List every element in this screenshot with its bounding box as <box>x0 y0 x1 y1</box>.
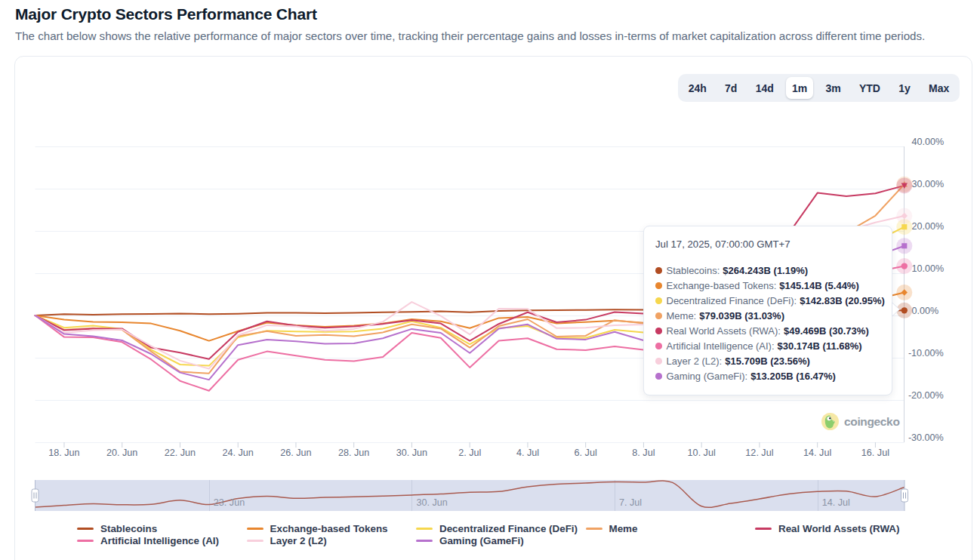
legend-item-7[interactable]: Gaming (GameFi) <box>416 535 524 547</box>
tooltip-row-4: Real World Assets (RWA):$49.469B (30.73%… <box>655 324 869 339</box>
tooltip-series-value: $15.709B (23.56%) <box>725 355 810 367</box>
tooltip-series-name: Meme: <box>667 310 697 322</box>
y-axis-label: 20.00% <box>912 221 945 232</box>
legend-line-swatch <box>586 528 602 530</box>
y-axis-label: -10.00% <box>908 348 944 358</box>
tooltip-series-name: Exchange-based Tokens: <box>667 280 777 291</box>
legend-label: Meme <box>609 523 638 534</box>
tooltip-series-dot <box>655 312 662 319</box>
legend-line-swatch <box>77 540 94 542</box>
tooltip-series-dot <box>655 282 662 289</box>
gecko-pupil <box>829 417 831 420</box>
legend-item-2[interactable]: Decentralized Finance (DeFi) <box>416 523 578 535</box>
tooltip-series-value: $264.243B (1.19%) <box>723 265 808 276</box>
x-axis-label: 4. Jul <box>516 448 539 458</box>
y-axis-label: 10.00% <box>912 263 945 274</box>
x-axis-label: 2. Jul <box>458 448 481 458</box>
x-axis-label: 8. Jul <box>632 448 655 458</box>
x-axis-label: 26. Jun <box>280 448 311 458</box>
tooltip-series-name: Real World Assets (RWA): <box>667 325 781 337</box>
y-axis-label: 40.00% <box>912 137 945 147</box>
legend-item-5[interactable]: Artificial Intelligence (AI) <box>77 535 219 547</box>
gecko-nostril <box>833 420 834 421</box>
navigator-date-label: 14. Jul <box>822 497 850 508</box>
tooltip-series-dot <box>655 358 662 365</box>
legend-label: Gaming (GameFi) <box>439 535 524 546</box>
legend-line-swatch <box>416 540 433 542</box>
tooltip-series-dot <box>655 297 662 304</box>
legend-label: Real World Assets (RWA) <box>778 523 899 534</box>
y-axis-label: 30.00% <box>912 179 945 189</box>
navigator-right-handle[interactable] <box>901 489 908 502</box>
coingecko-watermark: coingecko <box>821 413 900 430</box>
chart-tooltip: Jul 17, 2025, 07:00:00 GMT+7 Stablecoins… <box>643 226 892 395</box>
x-axis-label: 24. Jun <box>223 448 254 458</box>
tooltip-series-dot <box>655 328 662 334</box>
tooltip-header: Jul 17, 2025, 07:00:00 GMT+7 <box>655 238 790 250</box>
x-axis-label: 14. Jul <box>803 448 831 458</box>
tooltip-series-dot <box>655 373 662 380</box>
navigator-date-label: 23. Jun <box>214 497 245 508</box>
legend-line-swatch <box>755 528 772 530</box>
legend-item-0[interactable]: Stablecoins <box>77 523 157 535</box>
tooltip-series-name: Decentralized Finance (DeFi): <box>667 295 797 306</box>
x-axis-label: 22. Jun <box>165 448 196 458</box>
coingecko-watermark-text: coingecko <box>844 415 900 429</box>
tooltip-series-value: $30.174B (11.68%) <box>778 340 862 352</box>
legend-item-1[interactable]: Exchange-based Tokens <box>247 523 388 535</box>
tooltip-row-3: Meme:$79.039B (31.03%) <box>655 309 784 324</box>
tooltip-series-value: $142.83B (20.95%) <box>800 295 885 306</box>
x-axis-label: 18. Jun <box>48 448 79 458</box>
tooltip-series-value: $13.205B (16.47%) <box>750 371 836 382</box>
legend-line-swatch <box>77 528 94 530</box>
x-axis-label: 6. Jul <box>575 448 597 458</box>
tooltip-series-name: Artificial Intelligence (AI): <box>667 340 775 352</box>
legend-label: Layer 2 (L2) <box>270 535 327 546</box>
y-axis-label: -20.00% <box>908 390 944 401</box>
legend-item-6[interactable]: Layer 2 (L2) <box>247 535 327 547</box>
legend-item-4[interactable]: Real World Assets (RWA) <box>755 523 899 535</box>
tooltip-series-name: Stablecoins: <box>667 265 720 276</box>
legend-line-swatch <box>416 528 433 530</box>
tooltip-row-6: Layer 2 (L2):$15.709B (23.56%) <box>655 354 810 369</box>
navigator-left-handle[interactable] <box>32 489 39 502</box>
tooltip-series-value: $79.039B (31.03%) <box>699 310 784 322</box>
tooltip-row-2: Decentralized Finance (DeFi):$142.83B (2… <box>655 294 885 309</box>
end-marker-7[interactable] <box>901 243 907 248</box>
legend-item-3[interactable]: Meme <box>586 523 638 535</box>
x-axis-label: 20. Jun <box>106 448 137 458</box>
tooltip-series-value: $145.14B (5.44%) <box>779 280 859 291</box>
tooltip-series-value: $49.469B (30.73%) <box>784 325 869 337</box>
y-axis-label: -30.00% <box>908 432 944 443</box>
tooltip-series-dot <box>655 267 662 274</box>
page-root: Major Crypto Sectors Performance Chart T… <box>0 0 980 560</box>
x-axis-label: 28. Jun <box>338 448 369 458</box>
x-axis-label: 10. Jul <box>688 448 716 458</box>
coingecko-logo-icon <box>821 413 839 430</box>
tooltip-callout-arrow-fill <box>892 303 899 315</box>
navigator-handle-grip[interactable] <box>32 489 39 502</box>
tooltip-row-5: Artificial Intelligence (AI):$30.174B (1… <box>655 339 862 354</box>
navigator-handle-grip[interactable] <box>901 489 908 502</box>
navigator-date-label: 7. Jul <box>619 497 642 508</box>
legend-label: Artificial Intelligence (AI) <box>100 535 219 546</box>
legend-label: Stablecoins <box>100 523 157 534</box>
tooltip-row-7: Gaming (GameFi):$13.205B (16.47%) <box>655 369 836 384</box>
navigator-strip[interactable] <box>35 480 905 511</box>
x-axis-label: 12. Jul <box>745 448 773 458</box>
end-marker-2[interactable] <box>901 224 907 229</box>
x-axis-label: 16. Jul <box>861 448 889 458</box>
tooltip-row-0: Stablecoins:$264.243B (1.19%) <box>655 263 808 278</box>
end-marker-5[interactable] <box>901 263 908 269</box>
tooltip-row-1: Exchange-based Tokens:$145.14B (5.44%) <box>655 278 859 294</box>
navigator-date-label: 30. Jun <box>416 497 447 508</box>
legend-label: Exchange-based Tokens <box>270 523 388 534</box>
tooltip-series-dot <box>655 343 662 349</box>
tooltip-series-name: Layer 2 (L2): <box>667 355 723 367</box>
x-axis-label: 30. Jun <box>396 448 427 458</box>
legend-line-swatch <box>247 528 263 530</box>
y-axis-label: 0.00% <box>912 306 939 316</box>
tooltip-series-name: Gaming (GameFi): <box>667 371 748 382</box>
end-marker-0[interactable] <box>901 307 908 313</box>
legend-line-swatch <box>247 540 263 542</box>
